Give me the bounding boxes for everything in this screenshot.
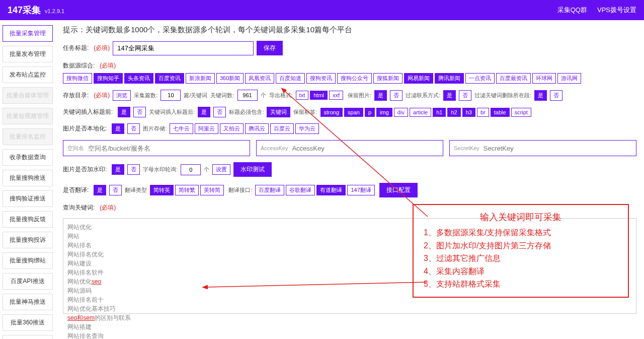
sidebar-item[interactable]: 批量搜狗绑站 xyxy=(3,252,53,269)
keeptag-tag[interactable]: h2 xyxy=(447,108,460,117)
vps-settings-link[interactable]: VPS拨号设置 xyxy=(597,6,636,15)
before-label: 关键词插入标题前: xyxy=(63,108,113,116)
filterkw-no[interactable]: 否 xyxy=(550,90,562,101)
wm-label: 图片是否加水印: xyxy=(63,165,107,174)
before-no[interactable]: 否 xyxy=(133,107,146,117)
keeptag-tag[interactable]: span xyxy=(344,108,363,117)
wm-no[interactable]: 否 xyxy=(127,164,140,175)
wm-test-button[interactable]: 水印测试 xyxy=(233,162,272,177)
keywords-textarea[interactable]: 网站优化网站网站排名网站排名优化网站建设网站排名软件网站优化seo网站源码网站排… xyxy=(63,218,636,314)
must-kw[interactable]: 关键词 xyxy=(267,107,290,117)
source-tag[interactable]: 凤凰资讯 xyxy=(245,73,274,84)
source-tag[interactable]: 搜狗公众号 xyxy=(337,73,372,84)
tr-config-button[interactable]: 接口配置 xyxy=(379,183,418,197)
imglocal-no[interactable]: 否 xyxy=(127,123,140,134)
after-yes[interactable]: 是 xyxy=(198,107,210,117)
source-tag[interactable]: 搜狗微信 xyxy=(63,73,92,84)
ak-input[interactable] xyxy=(292,145,439,152)
tr-no[interactable]: 否 xyxy=(109,185,122,195)
kwcount-label: 关键词数: xyxy=(210,92,234,99)
filter-no[interactable]: 否 xyxy=(459,90,471,101)
imglocal-yes[interactable]: 是 xyxy=(112,123,124,134)
app-title: 147采集 xyxy=(8,4,41,16)
before-yes[interactable]: 是 xyxy=(118,107,130,117)
hint-text: 提示：关键词数最多1000个，采集数据源多个轮训，每个关键词最多采集10篇每个平… xyxy=(63,25,636,35)
tr-api-tag[interactable]: 谷歌翻译 xyxy=(286,185,315,195)
sk-input[interactable] xyxy=(484,145,632,152)
sidebar-item[interactable]: 收录数据查询 xyxy=(3,149,53,166)
imgstore-tag[interactable]: 腾讯云 xyxy=(245,123,269,134)
source-tag[interactable]: 搜狗资讯 xyxy=(306,73,336,84)
imgstore-tag[interactable]: 华为云 xyxy=(295,123,319,134)
source-tag[interactable]: 游讯网 xyxy=(557,73,581,84)
tr-api-tag[interactable]: 147翻译 xyxy=(347,185,374,195)
keeptag-tag[interactable]: img xyxy=(376,108,392,117)
source-tag[interactable]: 一点资讯 xyxy=(465,73,495,84)
keeptag-tag[interactable]: article xyxy=(410,108,431,117)
source-tag[interactable]: 百度最资讯 xyxy=(496,73,531,84)
tr-type-tag[interactable]: 英转简 xyxy=(200,185,224,195)
tr-type-tag[interactable]: 简转英 xyxy=(150,185,174,195)
imgstore-tag[interactable]: 阿里云 xyxy=(195,123,218,134)
wm-interval-input[interactable] xyxy=(181,164,201,175)
sidebar-item[interactable]: 发布站点监控 xyxy=(3,66,53,83)
count-input[interactable] xyxy=(160,90,181,101)
keeptag-tag[interactable]: div xyxy=(394,108,408,117)
source-tag[interactable]: 网易新闻 xyxy=(404,73,433,84)
keeptag-tag[interactable]: table xyxy=(491,108,510,117)
export-tag[interactable]: xxf xyxy=(329,91,343,100)
source-tag[interactable]: 腾讯新闻 xyxy=(435,73,464,84)
imgstore-tag[interactable]: 百度云 xyxy=(270,123,294,134)
filterkw-yes[interactable]: 是 xyxy=(534,90,547,101)
wm-set-button[interactable]: 设置 xyxy=(212,164,230,175)
source-tag[interactable]: 新浪新闻 xyxy=(186,73,215,84)
keepimg-no[interactable]: 否 xyxy=(390,90,403,101)
wm-yes[interactable]: 是 xyxy=(112,164,124,175)
space-prefix: 空间名 xyxy=(67,145,84,152)
filter-yes[interactable]: 是 xyxy=(443,90,456,101)
source-tag[interactable]: 360新闻 xyxy=(216,73,244,84)
keeptag-tag[interactable]: br xyxy=(477,108,489,117)
sidebar-item[interactable]: 搜狗验证推送 xyxy=(3,190,53,207)
space-input[interactable] xyxy=(88,145,246,152)
source-tag[interactable]: 百度资讯 xyxy=(155,73,184,84)
sidebar-item[interactable]: 批量360推送 xyxy=(3,314,53,331)
kwcount-input[interactable] xyxy=(237,90,258,101)
keeptag-tag[interactable]: p xyxy=(365,108,375,117)
tr-api-tag[interactable]: 百度翻译 xyxy=(255,185,284,195)
sidebar-item[interactable]: 链接生成工具 xyxy=(3,335,53,339)
keeptag-tag[interactable]: strong xyxy=(320,108,343,117)
source-tag[interactable]: 搜狐新闻 xyxy=(373,73,403,84)
sidebar-item: 批量自媒体管理 xyxy=(3,87,53,104)
task-title-input[interactable] xyxy=(113,41,254,55)
imgstore-tag[interactable]: 七牛云 xyxy=(170,123,193,134)
sidebar-item[interactable]: 百度API推送 xyxy=(3,273,53,290)
translate-row: 是否翻译: 是 否 翻译类型 简转英简转繁英转简 翻译接口: 百度翻译谷歌翻译有… xyxy=(63,183,636,197)
sidebar-item[interactable]: 批量搜狗反馈 xyxy=(3,211,53,228)
sidebar-item[interactable]: 批量发布管理 xyxy=(3,46,53,62)
task-required: (必填) xyxy=(94,44,110,52)
after-no[interactable]: 否 xyxy=(213,107,226,117)
keeptag-tag[interactable]: h1 xyxy=(433,108,446,117)
source-tag[interactable]: 头条资讯 xyxy=(124,73,153,84)
source-tag[interactable]: 搜狗知乎 xyxy=(94,73,123,84)
keeptag-tag[interactable]: h3 xyxy=(462,108,475,117)
sources-label: 数据源综合: xyxy=(63,61,95,70)
keeptag-tag[interactable]: script xyxy=(511,108,531,117)
qq-group-link[interactable]: 采集QQ群 xyxy=(557,6,587,15)
source-tag[interactable]: 环球网 xyxy=(532,73,556,84)
sidebar-item[interactable]: 批量搜狗投诉 xyxy=(3,232,53,248)
tr-yes[interactable]: 是 xyxy=(94,185,106,195)
tr-api-tag[interactable]: 有道翻译 xyxy=(316,185,346,195)
browse-button[interactable]: 浏览 xyxy=(113,90,131,101)
sidebar-item[interactable]: 批量搜狗推送 xyxy=(3,170,53,186)
imgstore-tag[interactable]: 又拍云 xyxy=(220,123,244,134)
keepimg-yes[interactable]: 是 xyxy=(374,90,387,101)
save-button[interactable]: 保存 xyxy=(257,41,283,55)
export-tag[interactable]: html xyxy=(310,91,328,100)
sidebar-item[interactable]: 批量神马推送 xyxy=(3,294,53,310)
export-tag[interactable]: txt xyxy=(296,91,309,100)
tr-type-tag[interactable]: 简转繁 xyxy=(175,185,199,195)
source-tag[interactable]: 百度知道 xyxy=(276,73,305,84)
sidebar-item[interactable]: 批量采集管理 xyxy=(3,25,53,42)
